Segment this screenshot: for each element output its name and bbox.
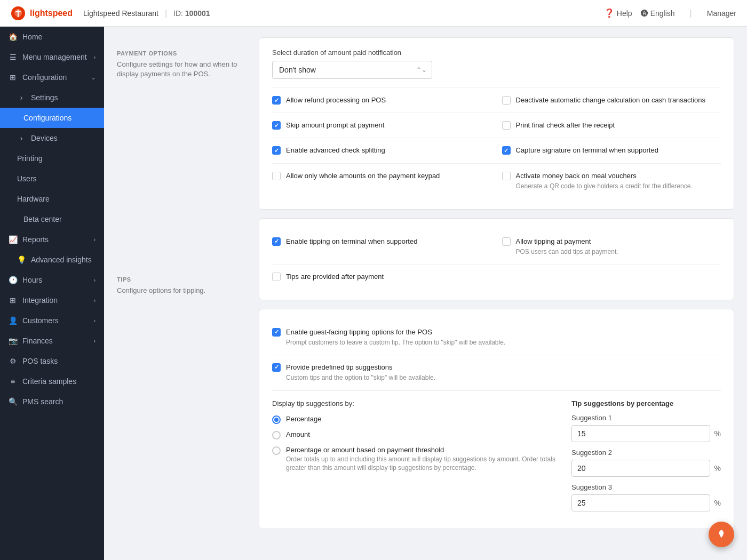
sidebar: 🏠 Home ☰ Menu management › ⊞ Configurati… — [0, 27, 104, 560]
chevron-right-icon-finances: › — [94, 338, 96, 344]
section-cards: Select duration of amount paid notificat… — [259, 27, 747, 548]
enable-guest-facing-desc: Prompt customers to leave a custom tip. … — [286, 338, 505, 347]
suggestion-1-unit: % — [714, 429, 721, 438]
integration-icon: ⊞ — [9, 296, 17, 305]
restaurant-label: Lightspeed Restaurant — [83, 9, 158, 18]
radio-percentage-label: Percentage — [286, 415, 322, 423]
notification-select[interactable]: Don't show — [272, 61, 432, 79]
chevron-right-icon-hours: › — [94, 277, 96, 283]
home-icon: 🏠 — [9, 33, 17, 41]
enable-guest-facing-checkbox[interactable] — [272, 328, 281, 337]
print-final-check-checkbox[interactable] — [502, 121, 511, 130]
enable-tipping-terminal-checkbox[interactable] — [272, 237, 281, 246]
sidebar-item-pms-search[interactable]: 🔍 PMS search — [0, 391, 104, 412]
id-label: ID: 100001 — [173, 9, 210, 18]
tip-suggestions-panel: Tip suggestions by percentage Suggestion… — [571, 399, 721, 518]
payment-options-label-block: PAYMENT OPTIONS Configure settings for h… — [117, 43, 246, 79]
display-tip-label: Display tip suggestions by: — [272, 399, 559, 407]
sidebar-item-criteria-samples[interactable]: ≡ Criteria samples — [0, 371, 104, 391]
top-nav: lightspeed Lightspeed Restaurant | ID: 1… — [0, 0, 747, 27]
money-back-desc: Generate a QR code to give holders a cre… — [516, 182, 693, 191]
whole-amounts-checkbox[interactable] — [272, 172, 281, 180]
notification-select-wrap: Don't show ⌃⌄ — [272, 61, 432, 79]
chart-icon: 📈 — [9, 235, 17, 244]
tips-desc: Configure options for tipping. — [117, 286, 246, 295]
fab-button[interactable] — [709, 522, 734, 547]
chevron-right-icon-customers: › — [94, 318, 96, 324]
radio-percentage-btn — [272, 415, 281, 424]
enable-guest-facing-label: Enable guest-facing tipping options for … — [286, 327, 505, 337]
deactivate-auto-change-label: Deactivate automatic change calculation … — [516, 95, 706, 105]
sidebar-item-customers[interactable]: 👤 Customers › — [0, 310, 104, 331]
brand-name: lightspeed — [30, 9, 73, 18]
sidebar-item-pos-tasks[interactable]: ⚙ POS tasks — [0, 351, 104, 371]
notification-label: Select duration of amount paid notificat… — [272, 49, 721, 57]
payment-options-card: Select duration of amount paid notificat… — [259, 37, 734, 210]
chevron-down-icon: ⌄ — [91, 75, 96, 81]
sidebar-item-hours[interactable]: 🕐 Hours › — [0, 270, 104, 290]
chevron-right-icon-integration: › — [94, 298, 96, 303]
person-icon: 👤 — [9, 316, 17, 325]
capture-signature-checkbox[interactable] — [502, 146, 511, 155]
settings-expand-icon: › — [17, 93, 26, 102]
tips-after-payment-label: Tips are provided after payment — [286, 272, 384, 282]
radio-threshold-btn — [272, 446, 281, 455]
suggestion-1-block: Suggestion 1 % — [571, 414, 721, 442]
tips-title: TIPS — [117, 276, 246, 283]
sidebar-item-settings[interactable]: › Settings — [0, 87, 104, 108]
chevron-right-icon-reports: › — [94, 237, 96, 243]
tips-card-2: Enable guest-facing tipping options for … — [259, 309, 734, 529]
svg-point-1 — [720, 532, 723, 534]
enable-splitting-label: Enable advanced check splitting — [286, 146, 385, 155]
sidebar-item-menu-management[interactable]: ☰ Menu management › — [0, 47, 104, 67]
suggestions-title: Tip suggestions by percentage — [571, 399, 721, 407]
section-labels: PAYMENT OPTIONS Configure settings for h… — [104, 27, 259, 548]
money-back-checkbox[interactable] — [502, 172, 511, 180]
suggestion-1-input[interactable] — [571, 425, 710, 442]
sidebar-item-finances[interactable]: 📷 Finances › — [0, 331, 104, 351]
tips-after-payment-checkbox[interactable] — [272, 273, 281, 281]
sidebar-item-devices[interactable]: › Devices — [0, 128, 104, 148]
provide-predefined-checkbox[interactable] — [272, 363, 281, 372]
sidebar-item-printing[interactable]: Printing — [0, 148, 104, 169]
radio-percentage[interactable]: Percentage — [272, 415, 559, 424]
sidebar-item-beta-center[interactable]: Beta center — [0, 209, 104, 229]
user-menu[interactable]: Manager — [707, 9, 736, 18]
finances-icon: 📷 — [9, 337, 17, 345]
capture-signature-label: Capture signature on terminal when suppo… — [516, 146, 658, 155]
suggestion-1-label: Suggestion 1 — [571, 414, 721, 422]
print-final-check-label: Print final check after the receipt — [516, 121, 615, 130]
language-label: English — [650, 9, 675, 18]
sidebar-item-advanced-insights[interactable]: 💡 Advanced insights — [0, 250, 104, 270]
allow-refund-checkbox[interactable] — [272, 96, 281, 105]
sidebar-item-configurations[interactable]: Configurations — [0, 108, 104, 128]
language-selector[interactable]: 🅐 English — [641, 9, 675, 18]
radio-amount-label: Amount — [286, 430, 310, 438]
enable-splitting-checkbox[interactable] — [272, 146, 281, 155]
allow-tipping-payment-label: Allow tipping at payment — [516, 237, 618, 246]
brand: lightspeed — [11, 6, 73, 21]
sidebar-item-users[interactable]: Users — [0, 169, 104, 189]
provide-predefined-label: Provide predefined tip suggestions — [286, 363, 435, 372]
bulb-icon: 💡 — [17, 255, 26, 264]
fab-icon — [716, 529, 727, 540]
list-icon: ≡ — [9, 377, 17, 386]
radio-amount[interactable]: Amount — [272, 430, 559, 439]
sidebar-item-hardware[interactable]: Hardware — [0, 189, 104, 209]
suggestion-2-unit: % — [714, 464, 721, 473]
main-content: PAYMENT OPTIONS Configure settings for h… — [104, 27, 747, 560]
sidebar-item-reports[interactable]: 📈 Reports › — [0, 229, 104, 250]
suggestion-2-block: Suggestion 2 % — [571, 449, 721, 477]
sidebar-item-home[interactable]: 🏠 Home — [0, 27, 104, 47]
help-link[interactable]: ❓ Help — [604, 8, 632, 18]
allow-refund-label: Allow refund processing on POS — [286, 95, 386, 105]
radio-threshold-label: Percentage or amount based on payment th… — [286, 446, 559, 454]
skip-amount-checkbox[interactable] — [272, 121, 281, 130]
sidebar-item-integration[interactable]: ⊞ Integration › — [0, 290, 104, 310]
suggestion-2-input[interactable] — [571, 460, 710, 477]
radio-threshold[interactable]: Percentage or amount based on payment th… — [272, 446, 559, 473]
suggestion-3-input[interactable] — [571, 494, 710, 511]
deactivate-auto-change-checkbox[interactable] — [502, 96, 511, 105]
allow-tipping-payment-checkbox[interactable] — [502, 237, 511, 246]
sidebar-item-configuration[interactable]: ⊞ Configuration ⌄ — [0, 67, 104, 87]
